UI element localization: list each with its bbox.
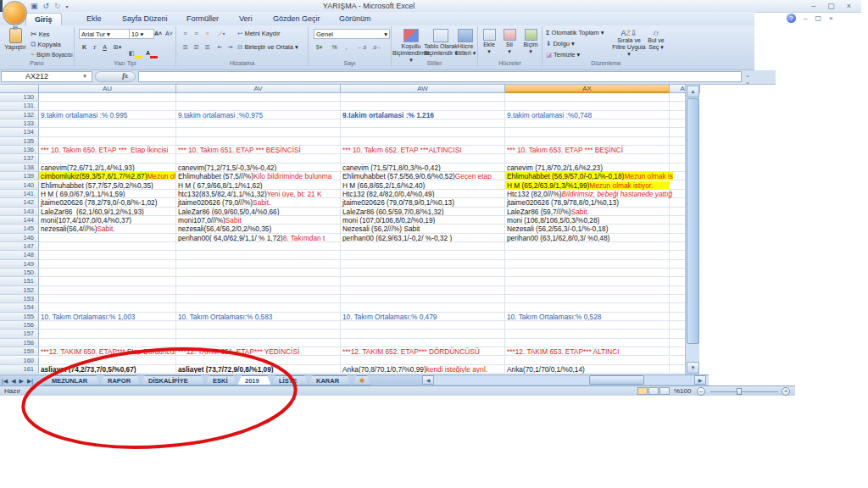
insert-worksheet-tab[interactable]: ✱ [353,375,371,385]
cell-AV136[interactable]: *** 10. Takım 651. ETAP *** BEŞİNCİSİ [176,146,341,154]
cell-AU140[interactable]: Ehlimuhabbet (57,7/57,5/0,2/%0,35) [39,181,176,190]
page-layout-view-icon[interactable] [648,387,659,395]
cell-AY153[interactable] [670,295,685,303]
cell-AX149[interactable] [505,260,670,269]
cell-AU158[interactable] [39,339,176,347]
cell-AX132[interactable]: 9.takim ortalamasi :%0,748 [505,111,670,119]
cell-AX158[interactable] [505,339,670,347]
row-header[interactable]: 154 [0,303,39,312]
vertical-scrollbar[interactable]: ▲ ▼ [685,85,699,374]
sheet-tab-rapor[interactable]: RAPOR [100,375,141,385]
scroll-left-icon[interactable]: ◀ [422,375,434,385]
cell-AV154[interactable] [176,303,341,312]
cell-AV140[interactable]: H M ( 67,9/66,8/1,1/%1,62) [176,181,341,190]
row-header[interactable]: 143 [0,208,39,216]
cell-AU138[interactable]: canevim(72,6/71,2/1,4/%1,93) [39,164,176,172]
cell-AU137[interactable] [39,154,176,163]
cell-AW137[interactable] [341,154,505,163]
cell-AY131[interactable] [670,102,685,110]
cell-AW131[interactable] [341,102,505,110]
scroll-down-icon[interactable]: ▼ [687,362,699,374]
insert-function-button[interactable]: fx [95,71,136,82]
cell-AU159[interactable]: ***12. TAKIM 650. ETAP*** Etap Dördüncüs… [39,347,176,356]
cell-AU132[interactable]: 9.takim ortalamasi :% 0.995 [39,111,176,119]
cell-AW157[interactable] [341,330,505,338]
cell-AV131[interactable] [176,102,341,110]
cell-AY157[interactable] [670,330,685,338]
help-icon[interactable]: ? [787,14,796,23]
align-middle-icon[interactable]: ≡ [191,29,202,39]
cell-AV134[interactable] [176,128,341,136]
tab-veri[interactable]: Veri [231,13,261,25]
cell-AU139[interactable]: cimbomlukiz(59,3/57,6/1,7/%2,87)Mezun ol… [39,172,176,180]
cell-AV143[interactable]: LaleZar86 (60,9/60,5/0,4/%0,66) [176,208,341,216]
cell-AY133[interactable] [670,119,685,128]
cell-AV150[interactable] [176,269,341,277]
cell-AY147[interactable] [670,242,685,251]
cell-AV138[interactable]: canevim(71,2/71,5/-0,3/%-0,42) [176,164,341,172]
row-header[interactable]: 132 [0,111,39,119]
tab-gorunum[interactable]: Görünüm [331,13,380,25]
find-select-button[interactable]: ⌭ Bul ve Seç ▾ [644,29,668,51]
cell-AY148[interactable] [670,251,685,259]
cell-AV161[interactable]: asliayet (73,7/72,9/0,8/%1,09) [176,365,341,374]
prev-sheet-icon[interactable]: ◀ [11,376,15,385]
row-header[interactable]: 152 [0,286,39,295]
cell-AW132[interactable]: 9.takim ortalamasi :% 1.216 [341,111,505,119]
cell-AX143[interactable]: LaleZar86 (59,7///%)Sabit. [505,208,670,216]
cell-AV159[interactable]: ***12. TAKIM 651. ETAP*** YEDİNCİSİ [176,347,341,356]
cell-AW155[interactable]: 10. Takım Ortalaması:% 0,479 [341,313,505,321]
cell-AW134[interactable] [341,128,505,136]
cell-AU143[interactable]: LaleZar86 (62,1/60,9/1,2/%1,93) [39,208,176,216]
paste-button[interactable]: Yapıştır [3,28,28,51]
cell-AW147[interactable] [341,242,505,251]
row-header[interactable]: 161 [0,365,39,374]
cell-AX144[interactable]: moni (106,8/106,5/0,3/%0,28) [505,216,670,225]
cell-AW139[interactable]: Ehlimuhabbet (57,5/56,9/0,6/%0,52)Geçen … [341,172,505,180]
cell-AV132[interactable]: 9.takim ortalamasi :%0.975 [176,111,341,119]
fill-color-icon[interactable]: ◧ [129,43,142,58]
merge-center-button[interactable]: ⊟ Birleştir ve Ortala ▾ [237,43,298,51]
cell-AU161[interactable]: asliayet (74,2/73,7/0,5/%0,67) [39,365,176,374]
cell-AV148[interactable] [176,251,341,259]
row-header[interactable]: 148 [0,251,39,259]
align-bottom-icon[interactable]: ≡ [202,29,213,39]
cell-AX159[interactable]: ***12. TAKIM 653. ETAP*** ALTINCI [505,347,670,356]
cell-AY161[interactable] [670,365,685,374]
column-header-ax[interactable]: AX [505,85,670,93]
zoom-out-icon[interactable]: – [697,387,705,396]
cell-AX135[interactable] [505,137,670,146]
cell-AY150[interactable] [670,269,685,277]
horizontal-scroll-thumb[interactable] [589,375,644,385]
cell-AU147[interactable] [39,242,176,251]
cell-AW146[interactable]: perihan00 (62,9/63,1/-0,2/ %-0,32 ) [341,234,505,242]
select-all-corner[interactable] [0,85,39,93]
delete-cells-button[interactable]: Sil▾ [500,29,519,55]
comma-icon[interactable]: , [341,42,352,53]
cell-AY130[interactable] [670,93,685,102]
cell-AX147[interactable] [505,242,670,251]
wrap-text-button[interactable]: ↩ Metni Kaydır [237,30,281,37]
cell-AU153[interactable] [39,295,176,303]
borders-icon[interactable]: ⊞▾ [112,42,123,53]
cell-AU134[interactable] [39,128,176,136]
sheet-tab-liste[interactable]: LİSTE [271,375,309,385]
cell-AV142[interactable]: jtaime020626 (79,0///%)Sabit. [176,198,341,207]
cell-AU151[interactable] [39,277,176,286]
cell-AY154[interactable] [670,303,685,312]
row-header[interactable]: 135 [0,137,39,146]
tab-sayfa-duzeni[interactable]: Sayfa Düzeni [114,13,176,25]
horizontal-scrollbar[interactable]: ◀ ▶ [422,375,709,385]
cell-AV144[interactable]: moni107,0///%)Sabit [176,216,341,225]
orientation-icon[interactable]: ⟋▾ [216,29,227,39]
row-header[interactable]: 139 [0,172,39,180]
cell-AV156[interactable] [176,321,341,330]
tab-formuller[interactable]: Formüller [178,13,227,25]
cell-AW133[interactable] [341,119,505,128]
align-center-icon[interactable]: ☰ [191,42,202,53]
cell-AW148[interactable] [341,251,505,259]
cell-AX150[interactable] [505,269,670,277]
row-header[interactable]: 151 [0,277,39,286]
row-header[interactable]: 155 [0,313,39,321]
cell-AW141[interactable]: Htc132 (82,4/82,0/0,4/%0,49) [341,190,505,198]
